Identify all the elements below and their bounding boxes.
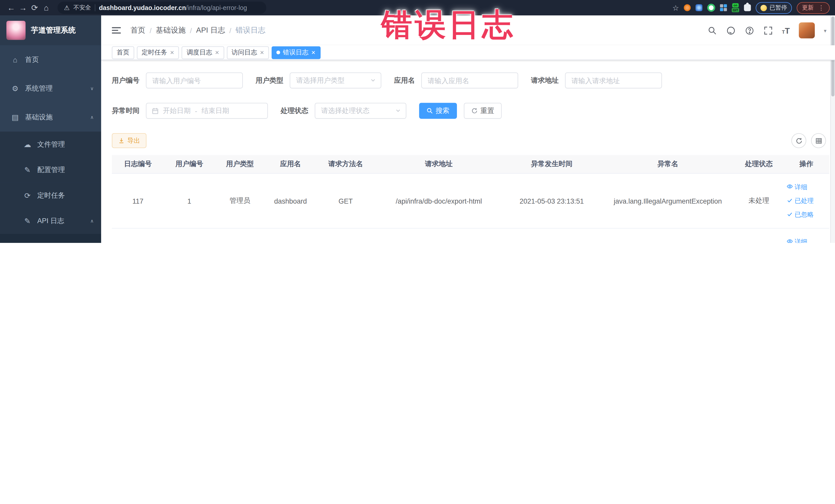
search-icon[interactable] [708,26,717,35]
refresh-icon [795,137,802,144]
sidebar-item-api-log[interactable]: ✎API 日志∧ [0,208,101,234]
home-button[interactable]: ⌂ [41,0,53,15]
github-icon[interactable] [726,26,735,35]
range-separator: - [195,107,197,115]
sidebar-item-infrastructure[interactable]: ▤基础设施∧ [0,103,101,132]
cell-actions: 详细已处理已忽略 [783,228,829,243]
tab-schedule-log[interactable]: 调度日志✕ [182,46,224,59]
chevron-down-icon[interactable]: ▾ [824,27,826,33]
browser-update-button[interactable]: 更新 ⋮ [797,2,830,14]
text-size-icon[interactable]: TT [782,26,790,35]
extension-grid-icon[interactable] [720,4,727,11]
doc-edit-icon: ✎ [23,217,31,225]
sidebar-item-cron-job[interactable]: ⟳定时任务 [0,183,101,208]
reset-button[interactable]: 重置 [464,103,502,119]
table-header-row: 日志编号用户编号用户类型应用名请求方法名请求地址异常发生时间异常名处理状态操作 [112,155,829,174]
close-icon[interactable]: ✕ [170,49,174,56]
breadcrumb-item[interactable]: 基础设施 [156,26,186,35]
close-icon[interactable]: ✕ [311,49,315,56]
extension-orange-icon[interactable] [684,4,691,11]
sidebar: 芋道管理系统 ⌂首页⚙系统管理∨▤基础设施∧☁文件管理✎配置管理⟳定时任务✎AP… [0,15,101,243]
help-icon[interactable] [745,26,754,35]
cell-id: 116 [112,228,164,243]
row-action-processed[interactable]: 已处理 [787,196,814,205]
security-warning-icon: ⚠ [64,4,69,12]
tab-access-log[interactable]: 访问日志✕ [227,46,269,59]
chevron-down-icon [395,106,401,116]
user-type-placeholder: 请选择用户类型 [296,76,370,85]
table-toolbar: 导出 [112,133,829,148]
cell-app_name: dashboard [265,174,316,228]
kebab-menu-icon[interactable]: ⋮ [818,4,824,12]
column-header: 异常发生时间 [502,159,601,169]
tab-label: 访问日志 [231,48,257,57]
column-settings-icon [815,137,822,144]
logo-image [6,21,26,40]
cell-time: 2021-05-03 23:13:51 [502,174,601,228]
app-logo[interactable]: 芋道管理系统 [0,15,101,45]
back-button[interactable]: ← [5,0,17,15]
smiley-icon [760,5,767,11]
tab-home[interactable]: 首页 [112,46,134,59]
process-status-select[interactable]: 请选择处理状态 [315,103,406,119]
breadcrumb-item[interactable]: 首页 [130,26,145,35]
app-name-label: 应用名 [394,76,415,85]
extension-badges[interactable]: on GIT [732,3,739,12]
export-button[interactable]: 导出 [112,133,147,148]
close-icon[interactable]: ✕ [260,49,264,56]
extension-green-icon[interactable] [707,4,715,12]
tab-cron-job[interactable]: 定时任务✕ [137,46,179,59]
cell-user_type: 管理员 [215,228,265,243]
exception-time-range-picker[interactable]: 开始日期 - 结束日期 [146,103,268,119]
forward-button[interactable]: → [17,0,29,15]
extension-blue-icon[interactable] [696,4,702,11]
sidebar-item-access-log[interactable]: ✎访问日志 [0,234,101,243]
search-icon [427,107,433,114]
user-avatar[interactable] [799,22,815,38]
app-name-input[interactable] [421,73,518,88]
user-type-select[interactable]: 请选择用户类型 [290,73,382,88]
sidebar-item-config-management[interactable]: ✎配置管理 [0,157,101,183]
on-badge: on [732,3,738,7]
divider [95,4,95,11]
close-icon[interactable]: ✕ [215,49,219,56]
search-button[interactable]: 搜索 [419,103,457,119]
address-bar[interactable]: ⚠ 不安全 dashboard.yudao.iocoder.cn/infra/l… [58,2,266,14]
puzzle-icon[interactable] [744,4,751,11]
app-title: 芋道管理系统 [31,26,76,35]
check-icon [787,211,793,219]
request-url-input[interactable] [565,73,662,88]
cell-exception: java.lang.IllegalArgumentException [601,174,734,228]
column-header: 用户类型 [215,159,265,169]
column-header: 请求方法名 [316,159,375,169]
sidebar-item-system-management[interactable]: ⚙系统管理∨ [0,74,101,103]
breadcrumb-separator: / [225,26,236,35]
fullscreen-icon[interactable] [763,26,773,35]
action-label: 详细 [794,183,807,191]
row-action-ignored[interactable]: 已忽略 [787,210,814,219]
edit-icon: ✎ [23,166,31,174]
row-action-detail[interactable]: 详细 [787,183,807,191]
row-action-detail[interactable]: 详细 [787,237,807,243]
paused-extension-pill[interactable]: 已暂停 [756,2,792,14]
column-settings-button[interactable] [811,133,826,148]
table-icon-buttons [791,133,826,148]
column-header: 应用名 [265,159,316,169]
cell-id: 117 [112,174,164,228]
sidebar-item-label: 系统管理 [25,84,53,93]
sidebar-item-home[interactable]: ⌂首页 [0,45,101,74]
cell-exception: java.lang.IllegalArgumentException [601,228,734,243]
screen: ←→⟳⌂ ⚠ 不安全 dashboard.yudao.iocoder.cn/in… [0,0,835,243]
chevron-up-icon: ∧ [90,219,94,224]
breadcrumb-item[interactable]: API 日志 [196,26,225,35]
refresh-list-button[interactable] [791,133,806,148]
security-label: 不安全 [74,4,91,12]
chevron-up-icon: ∧ [90,115,94,120]
tab-error-log[interactable]: 错误日志✕ [271,46,320,59]
bookmark-star-icon[interactable]: ☆ [672,3,679,12]
reload-button[interactable]: ⟳ [29,0,41,15]
user-id-input[interactable] [146,73,243,88]
refresh-icon [471,107,478,114]
sidebar-item-file-management[interactable]: ☁文件管理 [0,132,101,157]
sidebar-toggle-icon[interactable] [112,27,121,34]
